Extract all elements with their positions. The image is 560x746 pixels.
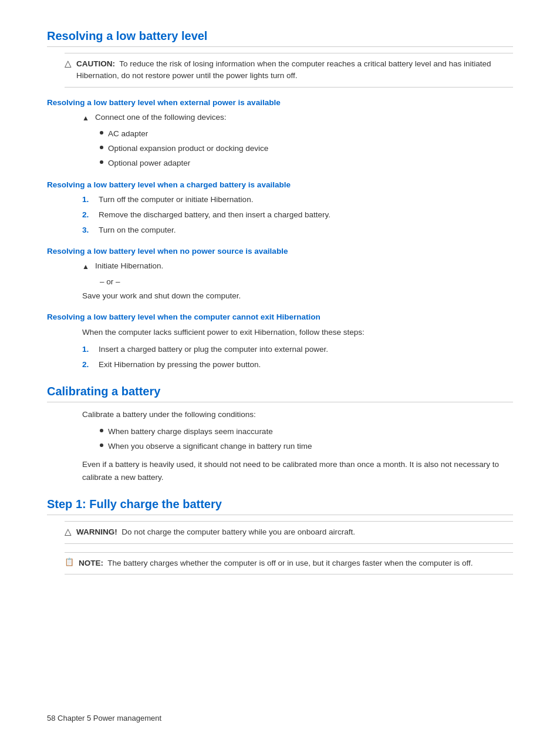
bullet-dot [100,146,103,149]
sub3-section: Resolving a low battery level when no po… [47,247,513,302]
sub4-numbered-list: 1.Insert a charged battery or plug the c… [82,344,513,371]
section2-intro: Calibrate a battery under the following … [82,408,513,421]
warning-box: △ WARNING! Do not charge the computer ba… [65,521,513,543]
caution-icon: △ [65,58,72,69]
bullet-dot [100,131,103,135]
section3-title: Step 1: Fully charge the battery [47,498,513,515]
bullet-dot [100,429,103,432]
triangle-icon-2: ▲ [82,261,89,272]
note-icon: 📋 [65,557,74,566]
triangle-icon-1: ▲ [82,113,89,123]
list-item: 1.Insert a charged battery or plug the c… [82,344,513,355]
sub4-title: Resolving a low battery level when the c… [47,312,513,321]
list-item: Optional power adapter [100,157,513,169]
warning-icon: △ [65,526,72,537]
sub2-title: Resolving a low battery level when a cha… [47,180,513,189]
section-calibrating-battery: Calibrating a battery Calibrate a batter… [47,385,513,483]
sub1-bullet-list: AC adapter Optional expansion product or… [100,128,513,170]
sub1-title: Resolving a low battery level when exter… [47,98,513,107]
sub1-section: Resolving a low battery level when exter… [47,98,513,170]
alt-text: Save your work and shut down the compute… [82,290,513,303]
list-item: 3.Turn on the computer. [82,224,513,236]
list-item: AC adapter [100,128,513,140]
sub1-triangle-list: ▲ Connect one of the following devices: [82,112,513,123]
section2-title: Calibrating a battery [47,385,513,402]
bullet-dot [100,160,103,164]
note-text: NOTE: The battery charges whether the co… [79,557,473,569]
list-item: 2.Exit Hibernation by pressing the power… [82,359,513,371]
list-item: 2.Remove the discharged battery, and the… [82,209,513,221]
or-line: – or – [100,277,513,286]
bullet-dot [100,443,103,447]
warning-label: WARNING! [76,527,117,536]
note-label: NOTE: [79,559,103,567]
warning-body: Do not charge the computer battery while… [122,527,355,536]
sub4-intro: When the computer lacks sufficient power… [82,326,513,339]
caution-label: CAUTION: [76,59,115,68]
section1-title: Resolving a low battery level [47,29,513,47]
sub1-triangle-item: ▲ Connect one of the following devices: [82,112,513,123]
sub2-section: Resolving a low battery level when a cha… [47,180,513,237]
sub3-triangle-item: ▲ Initiate Hibernation. [82,260,513,272]
caution-text: CAUTION: To reduce the risk of losing in… [76,58,513,82]
warning-text: WARNING! Do not charge the computer batt… [76,526,355,538]
section-resolving-low-battery: Resolving a low battery level △ CAUTION:… [47,29,513,371]
note-box: 📋 NOTE: The battery charges whether the … [65,552,513,574]
sub4-section: Resolving a low battery level when the c… [47,312,513,371]
caution-body: To reduce the risk of losing information… [76,59,491,80]
list-item: When you observe a significant change in… [100,441,513,452]
list-item: When battery charge displays seem inaccu… [100,426,513,438]
sub3-triangle-list: ▲ Initiate Hibernation. [82,260,513,272]
footer-text: 58 Chapter 5 Power management [47,714,161,723]
section2-bullet-list: When battery charge displays seem inaccu… [100,426,513,453]
sub3-title: Resolving a low battery level when no po… [47,247,513,256]
note-body: The battery charges whether the computer… [107,559,473,567]
caution-box: △ CAUTION: To reduce the risk of losing … [65,53,513,88]
list-item: Optional expansion product or docking de… [100,143,513,154]
sub2-numbered-list: 1.Turn off the computer or initiate Hibe… [82,194,513,237]
section2-body: Even if a battery is heavily used, it sh… [82,458,513,483]
section-step1-charge: Step 1: Fully charge the battery △ WARNI… [47,498,513,574]
list-item: 1.Turn off the computer or initiate Hibe… [82,194,513,206]
